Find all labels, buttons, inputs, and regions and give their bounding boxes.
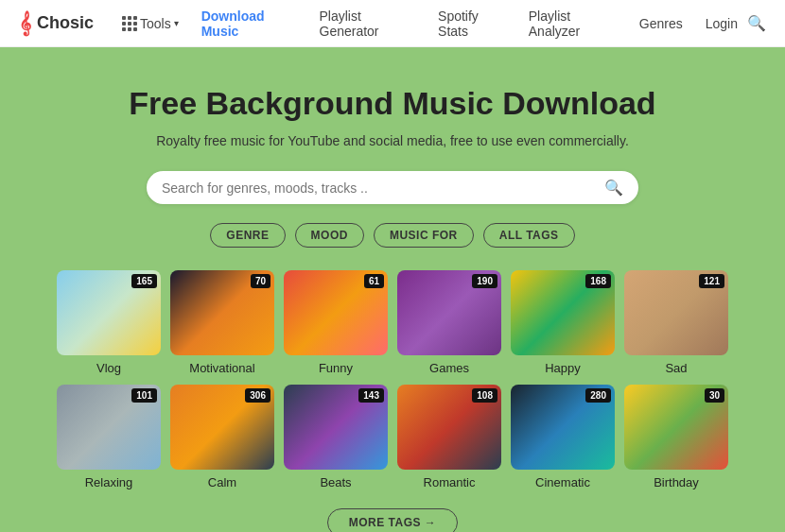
hero-subtitle: Royalty free music for YouTube and socia…: [19, 133, 766, 148]
nav-genres[interactable]: Genres: [630, 10, 692, 37]
card-badge: 306: [245, 388, 270, 403]
nav-playlist-generator[interactable]: Playlist Generator: [310, 3, 426, 44]
cards-row-1: 165 Vlog 70 Motivational 61 Funny 190: [19, 270, 766, 375]
grid-icon: [122, 16, 137, 31]
card-relaxing[interactable]: 101 Relaxing: [57, 385, 161, 489]
card-image-wrap: 280: [511, 385, 615, 470]
card-image-wrap: 108: [397, 385, 501, 470]
card-badge: 280: [585, 388, 611, 403]
card-badge: 190: [472, 274, 497, 288]
card-image-wrap: 101: [57, 385, 161, 470]
card-image-wrap: 30: [624, 385, 728, 470]
search-bar: 🔍: [147, 171, 638, 204]
card-label: Sad: [665, 361, 687, 375]
card-funny[interactable]: 61 Funny: [284, 270, 388, 375]
card-image-wrap: 165: [57, 270, 161, 355]
filter-genre[interactable]: GENRE: [210, 223, 285, 248]
card-label: Cinematic: [535, 475, 590, 489]
card-badge: 165: [131, 274, 157, 288]
hero-title: Free Background Music Download: [19, 85, 766, 122]
more-tags-section: MORE TAGS →: [19, 508, 766, 532]
card-image-wrap: 61: [284, 270, 388, 355]
search-input[interactable]: [162, 180, 604, 196]
card-image-wrap: 168: [511, 270, 615, 355]
card-label: Funny: [319, 361, 353, 375]
card-label: Games: [429, 361, 469, 375]
tools-dropdown[interactable]: Tools ▾: [113, 10, 188, 37]
logo-icon: 𝄞: [19, 11, 31, 36]
nav-spotify-stats[interactable]: Spotify Stats: [428, 3, 515, 44]
card-image-wrap: 121: [624, 270, 728, 355]
card-image-wrap: 143: [284, 385, 388, 470]
search-button[interactable]: 🔍: [604, 179, 623, 197]
card-image-wrap: 190: [397, 270, 501, 355]
card-label: Beats: [320, 475, 351, 489]
card-image-wrap: 70: [170, 270, 274, 355]
cards-row-2: 101 Relaxing 306 Calm 143 Beats 108: [19, 385, 766, 489]
card-label: Birthday: [654, 475, 699, 489]
card-label: Motivational: [189, 361, 254, 375]
card-vlog[interactable]: 165 Vlog: [57, 270, 161, 375]
nav-login[interactable]: Login: [696, 10, 747, 37]
filter-mood[interactable]: MOOD: [295, 223, 364, 248]
filter-all-tags[interactable]: ALL TAGS: [483, 223, 575, 248]
filter-music-for[interactable]: MUSIC FOR: [374, 223, 474, 248]
card-beats[interactable]: 143 Beats: [284, 385, 388, 489]
card-badge: 30: [705, 388, 724, 403]
card-calm[interactable]: 306 Calm: [170, 385, 274, 489]
card-badge: 70: [251, 274, 270, 288]
card-badge: 121: [699, 274, 724, 288]
nav-links: Tools ▾ Download Music Playlist Generato…: [113, 3, 747, 44]
card-badge: 108: [472, 388, 497, 403]
card-sad[interactable]: 121 Sad: [624, 270, 728, 375]
logo[interactable]: 𝄞 Chosic: [19, 11, 94, 36]
card-label: Relaxing: [85, 475, 133, 489]
filter-tabs: GENRE MOOD MUSIC FOR ALL TAGS: [19, 223, 766, 248]
nav-search-icon[interactable]: 🔍: [747, 14, 766, 32]
card-label: Happy: [545, 361, 581, 375]
card-label: Romantic: [424, 475, 476, 489]
card-games[interactable]: 190 Games: [397, 270, 501, 375]
more-tags-button[interactable]: MORE TAGS →: [327, 508, 459, 532]
card-badge: 168: [585, 274, 611, 288]
hero-section: Free Background Music Download Royalty f…: [0, 47, 785, 532]
card-badge: 61: [364, 274, 384, 288]
navbar: 𝄞 Chosic Tools ▾ Download Music Playlist…: [0, 0, 785, 47]
chevron-down-icon: ▾: [174, 18, 179, 28]
card-badge: 101: [131, 388, 157, 403]
card-happy[interactable]: 168 Happy: [511, 270, 615, 375]
card-birthday[interactable]: 30 Birthday: [624, 385, 728, 489]
card-label: Calm: [208, 475, 236, 489]
nav-download-music[interactable]: Download Music: [192, 3, 306, 44]
card-image-wrap: 306: [170, 385, 274, 470]
card-badge: 143: [358, 388, 384, 403]
card-romantic[interactable]: 108 Romantic: [397, 385, 501, 489]
nav-playlist-analyzer[interactable]: Playlist Analyzer: [519, 3, 626, 44]
cards-grid: 165 Vlog 70 Motivational 61 Funny 190: [19, 270, 766, 489]
logo-text: Chosic: [37, 13, 94, 33]
card-cinematic[interactable]: 280 Cinematic: [511, 385, 615, 489]
tools-label: Tools: [140, 16, 171, 31]
card-motivational[interactable]: 70 Motivational: [170, 270, 274, 375]
card-label: Vlog: [96, 361, 121, 375]
